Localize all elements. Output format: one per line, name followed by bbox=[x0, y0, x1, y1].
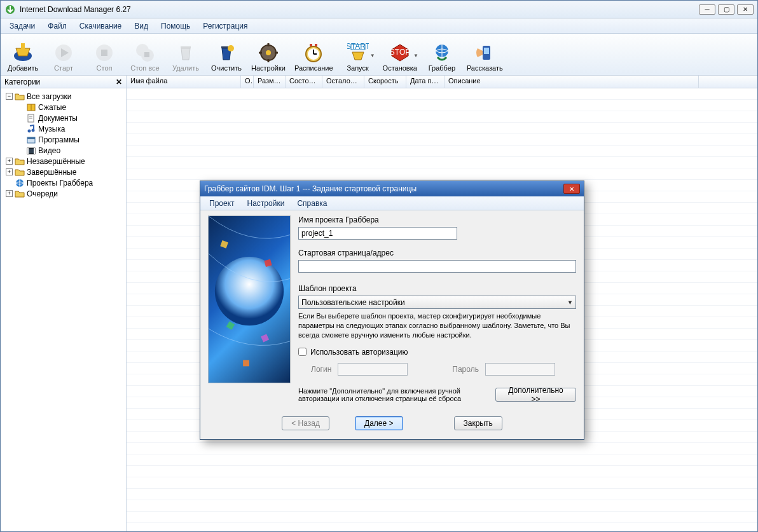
start-icon bbox=[53, 42, 74, 64]
sidebar: Категории ✕ −Все загрузкиСжатыеДокументы… bbox=[1, 76, 127, 531]
stop-all-icon bbox=[134, 42, 156, 64]
column-header-size[interactable]: Размер bbox=[254, 76, 286, 88]
settings-icon bbox=[258, 42, 279, 64]
menu-файл[interactable]: Файл bbox=[41, 20, 73, 32]
svg-rect-50 bbox=[243, 360, 249, 366]
sidebar-close-icon[interactable]: ✕ bbox=[116, 78, 122, 86]
start-queue-icon: START bbox=[347, 42, 369, 64]
start-page-input[interactable] bbox=[298, 260, 576, 273]
chevron-down-icon: ▼ bbox=[567, 299, 573, 306]
toolbar-clear-button[interactable]: Очистить bbox=[208, 36, 245, 73]
toolbar-grabber-button[interactable]: Граббер bbox=[424, 36, 460, 73]
tree-node-video[interactable]: Видео bbox=[1, 145, 126, 156]
tree-node-programs[interactable]: Программы bbox=[1, 134, 126, 145]
grabber-wizard-dialog: Граббер сайтов IDM. Шаг 1 --- Задание ст… bbox=[200, 181, 584, 440]
tree-node-documents[interactable]: Документы bbox=[1, 113, 126, 123]
expand-icon[interactable]: + bbox=[6, 190, 13, 197]
expand-icon[interactable]: + bbox=[6, 168, 13, 175]
svg-point-12 bbox=[228, 45, 234, 51]
dialog-menu-справка[interactable]: Справка bbox=[291, 198, 333, 209]
menu-помощь[interactable]: Помощь bbox=[155, 20, 196, 32]
auth-checkbox[interactable] bbox=[298, 348, 307, 356]
window-title: Internet Download Manager 6.27 bbox=[20, 5, 699, 14]
menu-задачи[interactable]: Задачи bbox=[3, 20, 41, 32]
list-row bbox=[127, 512, 757, 523]
expand-icon[interactable]: + bbox=[6, 158, 13, 165]
dialog-menu-проект[interactable]: Проект bbox=[203, 198, 241, 209]
tree-node-label: Документы bbox=[38, 114, 78, 123]
toolbar-start-queue-button[interactable]: STARTЗапуск▼ bbox=[340, 36, 376, 73]
toolbar-schedule-button[interactable]: Расписание bbox=[292, 36, 336, 73]
list-row bbox=[127, 443, 757, 454]
tree-node-unfinished[interactable]: +Незавершённые bbox=[1, 156, 126, 167]
list-row bbox=[127, 477, 757, 489]
toolbar-tell-label: Рассказать bbox=[467, 64, 503, 72]
svg-rect-31 bbox=[484, 48, 489, 54]
toolbar-start-button: Старт bbox=[45, 36, 82, 73]
tree-node-label: Проекты Граббера bbox=[27, 179, 93, 188]
list-row bbox=[127, 454, 757, 466]
next-button[interactable]: Далее > bbox=[355, 416, 403, 430]
titlebar: Internet Download Manager 6.27 ─ ▢ ✕ bbox=[1, 1, 757, 18]
svg-rect-40 bbox=[27, 137, 35, 139]
dialog-menubar: ПроектНастройкиСправка bbox=[200, 196, 584, 210]
toolbar: ДобавитьСтартСтопСтоп всеУдалитьОчистить… bbox=[1, 34, 757, 76]
tree-node-queues[interactable]: +Очереди bbox=[1, 188, 126, 199]
toolbar-delete-button: Удалить bbox=[167, 36, 204, 73]
tree-node-label: Завершённые bbox=[27, 168, 76, 177]
toolbar-tell-button[interactable]: Рассказать bbox=[464, 36, 506, 73]
list-row bbox=[127, 500, 757, 512]
toolbar-settings-button[interactable]: Настройки bbox=[249, 36, 288, 73]
close-button[interactable]: ✕ bbox=[737, 4, 754, 15]
list-row bbox=[127, 168, 757, 180]
password-input bbox=[485, 363, 555, 376]
advanced-note: Нажмите "Дополнительно" для включения ру… bbox=[298, 387, 489, 402]
dropdown-arrow-icon: ▼ bbox=[413, 53, 418, 58]
grabber-icon bbox=[431, 42, 453, 64]
dialog-close-button[interactable]: ✕ bbox=[563, 184, 580, 194]
tree-node-label: Сжатые bbox=[38, 103, 66, 112]
list-row bbox=[127, 88, 757, 100]
list-row bbox=[127, 489, 757, 500]
column-header-status[interactable]: Состоя... bbox=[286, 76, 322, 88]
svg-text:STOP: STOP bbox=[390, 48, 410, 57]
sidebar-title: Категории bbox=[4, 78, 40, 86]
toolbar-stop-button: Стоп bbox=[86, 36, 123, 73]
project-name-label: Имя проекта Граббера bbox=[298, 215, 576, 224]
toolbar-stop-label: Стоп bbox=[97, 64, 113, 72]
advanced-button[interactable]: Дополнительно >> bbox=[495, 388, 576, 402]
template-label: Шаблон проекта bbox=[298, 284, 576, 293]
back-button[interactable]: < Назад bbox=[282, 416, 329, 430]
column-header-date[interactable]: Дата по... bbox=[406, 76, 444, 88]
column-header-filename[interactable]: Имя файла bbox=[127, 76, 241, 88]
dialog-title: Граббер сайтов IDM. Шаг 1 --- Задание ст… bbox=[204, 184, 417, 193]
tree-node-all-downloads[interactable]: −Все загрузки bbox=[1, 91, 126, 102]
list-row bbox=[127, 157, 757, 168]
maximize-button[interactable]: ▢ bbox=[718, 4, 734, 15]
tell-icon bbox=[474, 42, 495, 64]
tree-node-music[interactable]: Музыка bbox=[1, 123, 126, 134]
dialog-menu-настройки[interactable]: Настройки bbox=[241, 198, 291, 209]
column-header-desc[interactable]: Описание bbox=[444, 76, 699, 88]
list-row bbox=[127, 100, 757, 111]
collapse-icon[interactable]: − bbox=[6, 93, 13, 100]
auth-fields: Логин Пароль bbox=[298, 363, 576, 376]
menu-регистрация[interactable]: Регистрация bbox=[196, 20, 254, 32]
svg-point-38 bbox=[32, 128, 35, 132]
project-name-input[interactable] bbox=[298, 227, 457, 240]
column-header-remain[interactable]: Осталось ... bbox=[322, 76, 364, 88]
tree-node-grabber-projects[interactable]: Проекты Граббера bbox=[1, 177, 126, 188]
dialog-close-bottom-button[interactable]: Закрыть bbox=[454, 416, 502, 430]
column-header-q[interactable]: О bbox=[241, 76, 254, 88]
column-header-speed[interactable]: Скорость bbox=[364, 76, 406, 88]
menu-скачивание[interactable]: Скачивание bbox=[73, 20, 128, 32]
tree-node-compressed[interactable]: Сжатые bbox=[1, 102, 126, 113]
template-select[interactable]: Пользовательские настройки ▼ bbox=[298, 296, 576, 309]
tree-node-label: Все загрузки bbox=[27, 92, 72, 101]
menu-вид[interactable]: Вид bbox=[128, 20, 155, 32]
toolbar-grabber-label: Граббер bbox=[429, 64, 455, 72]
tree-node-finished[interactable]: +Завершённые bbox=[1, 167, 126, 177]
toolbar-stop-queue-button[interactable]: STOPОстановка▼ bbox=[380, 36, 420, 73]
toolbar-add-button[interactable]: Добавить bbox=[4, 36, 41, 73]
minimize-button[interactable]: ─ bbox=[699, 4, 715, 15]
